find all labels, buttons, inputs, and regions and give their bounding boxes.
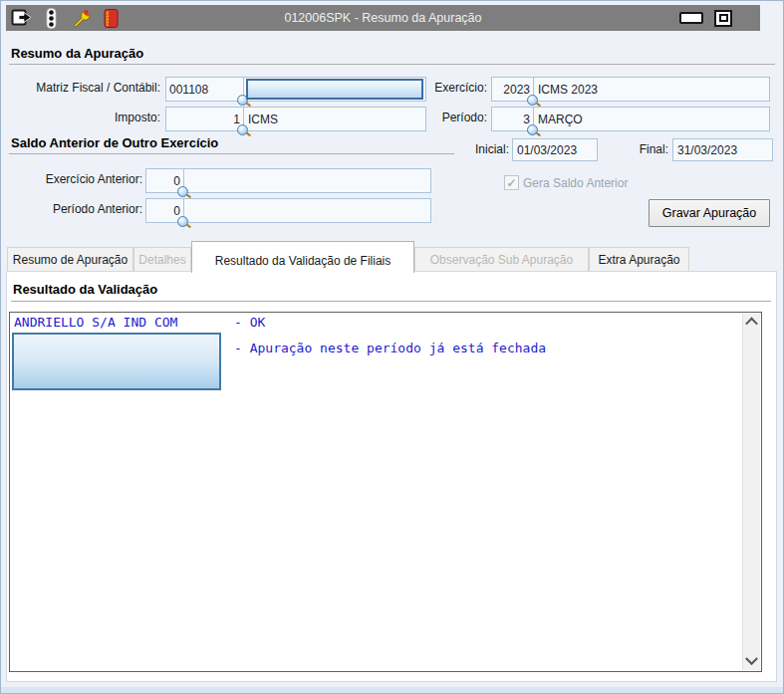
exercicio-anterior-field[interactable]: 0 [145,168,431,193]
maximize-button[interactable] [714,10,732,27]
matriz-label: Matriz Fiscal / Contábil: [9,81,160,95]
tab-resumo-de-apuracao[interactable]: Resumo de Apuração [7,247,133,272]
exercicio-desc-value: ICMS 2023 [534,83,598,97]
periodo-field[interactable]: 3 MARÇO [491,107,770,131]
lookup-magnifier-icon[interactable] [527,124,538,135]
exercicio-anterior-label: Exercício Anterior: [9,172,142,186]
imposto-desc-value: ICMS [244,113,278,126]
titlebar-toolbar [6,8,122,29]
matriz-desc-field-focused[interactable] [246,79,423,100]
imposto-label: Imposto: [9,111,160,124]
scroll-up-icon[interactable] [743,314,760,331]
minimize-button[interactable] [679,12,703,24]
imposto-code-value[interactable]: 1 [166,108,244,130]
vertical-scrollbar[interactable] [742,314,760,670]
wrench-icon[interactable] [71,8,92,29]
scroll-down-icon[interactable] [743,653,760,670]
traffic-light-icon[interactable] [41,8,62,29]
periodo-code-value[interactable]: 3 [492,108,534,130]
final-date-field[interactable]: 31/03/2023 [672,138,773,161]
tab-detalhes: Detalhes [133,247,191,272]
selected-cell-highlight[interactable] [12,333,221,390]
lookup-magnifier-icon[interactable] [177,216,188,227]
exercicio-code-value[interactable]: 2023 [492,78,534,101]
app-window: 012006SPK - Resumo da Apuração Resumo da… [0,0,784,694]
validation-result-textarea[interactable]: ANDRIELLO S/A IND COM - OK - Apuração ne… [9,312,762,672]
lookup-magnifier-icon[interactable] [237,124,248,135]
validation-status-message: - Apuração neste período já está fechada [234,341,546,355]
gera-saldo-checkbox: ✓ [504,175,519,190]
divider [9,64,775,65]
inicial-date-field[interactable]: 01/03/2023 [512,138,598,161]
exercicio-field[interactable]: 2023 ICMS 2023 [491,77,770,102]
periodo-desc-value: MARÇO [534,113,583,126]
notebook-icon[interactable] [101,8,122,29]
tab-resultado-validacao-filiais[interactable]: Resultado da Validação de Filiais [191,241,414,273]
exit-icon[interactable] [11,8,32,29]
window-bottom-frame [1,687,783,693]
validation-section-title: Resultado da Validação [13,282,157,297]
inicial-label: Inicial: [454,142,509,156]
saldo-section-title: Saldo Anterior de Outro Exercício [11,135,218,150]
resumo-section-title: Resumo da Apuração [11,46,143,61]
gera-saldo-label: Gera Saldo Anterior [523,176,628,190]
imposto-field[interactable]: 1 ICMS [165,107,426,131]
tab-extra-apuracao[interactable]: Extra Apuração [589,247,689,272]
tab-observacao-sub-apuracao: Observação Sub Apuração [414,247,589,272]
periodo-anterior-label: Período Anterior: [9,202,142,216]
lookup-magnifier-icon[interactable] [177,186,188,197]
gravar-apuracao-button[interactable]: Gravar Apuração [649,199,770,227]
final-label: Final: [599,142,668,156]
divider [9,153,454,154]
lookup-magnifier-icon[interactable] [527,95,538,106]
validation-status-ok: - OK [234,315,265,330]
exercicio-anterior-code-value[interactable]: 0 [146,169,184,192]
periodo-anterior-code-value[interactable]: 0 [146,199,184,222]
divider [11,301,771,302]
periodo-anterior-field[interactable]: 0 [145,198,431,223]
matriz-field[interactable]: 001108 [165,77,426,102]
periodo-label: Período: [425,111,487,124]
titlebar[interactable]: 012006SPK - Resumo da Apuração [6,5,760,31]
matriz-code-value[interactable]: 001108 [166,78,244,101]
validation-company-name: ANDRIELLO S/A IND COM [14,315,177,330]
exercicio-label: Exercício: [425,81,487,95]
